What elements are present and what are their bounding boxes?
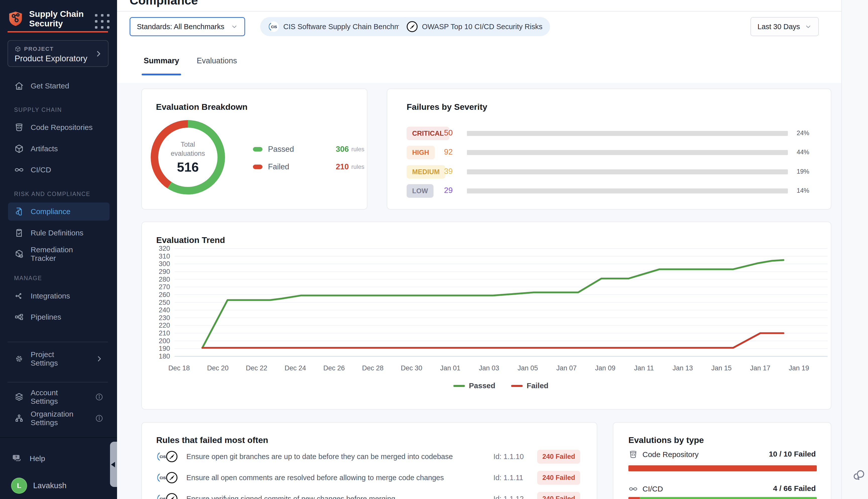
- svg-text:Dec 24: Dec 24: [285, 364, 306, 372]
- svg-text:Jan 05: Jan 05: [518, 364, 538, 372]
- sidebar-item-integrations[interactable]: Integrations: [8, 287, 110, 305]
- standards-filter-dropdown[interactable]: Standards: All Benchmarks: [129, 17, 245, 36]
- trend-line-chart: 1801902002102202302402502602702802903003…: [142, 222, 832, 398]
- type-label-code-repository: Code Repository: [629, 450, 698, 459]
- type-status: 4 / 66 Failed: [773, 484, 816, 493]
- sidebar-item-label: Remediation Tracker: [30, 245, 97, 263]
- severity-percent: 19%: [797, 168, 809, 175]
- brand: Supply Chain Security: [8, 9, 89, 28]
- rule-row[interactable]: CISEnsure verifying signed commits of ne…: [156, 491, 583, 499]
- sidebar-item-code-repositories[interactable]: Code Repositories: [8, 118, 110, 136]
- sidebar-item-label: Rule Definitions: [30, 229, 83, 237]
- passed-unit: rules: [351, 146, 364, 153]
- rule-row[interactable]: CISEnsure all open comments are resolved…: [156, 470, 583, 486]
- owasp-logo-icon: [166, 451, 178, 463]
- card-rules-failed: Rules that failed most often CISEnsure o…: [141, 422, 597, 499]
- sidebar-divider: [8, 382, 108, 382]
- help-label: Help: [30, 454, 45, 463]
- brand-accent-bar: [8, 31, 108, 33]
- filter-chip-owasp-label: OWASP Top 10 CI/CD Security Risks: [422, 23, 543, 31]
- svg-text:Jan 07: Jan 07: [556, 364, 576, 372]
- svg-text:310: 310: [159, 253, 170, 260]
- svg-text:?: ?: [15, 455, 17, 459]
- filter-chip-owasp[interactable]: OWASP Top 10 CI/CD Security Risks: [399, 17, 550, 36]
- home-icon: [14, 81, 24, 91]
- sidebar-item-rule-definitions[interactable]: Rule Definitions: [8, 224, 110, 242]
- cis-logo-icon: CIS: [268, 21, 279, 33]
- infinity-icon: [14, 165, 24, 175]
- rule-text: Ensure open git branches are up to date …: [186, 452, 493, 461]
- project-selector[interactable]: PROJECT Product Exploratory: [8, 40, 109, 67]
- passed-legend-label: Passed: [268, 145, 336, 154]
- tabs: Summary Evaluations: [142, 53, 239, 75]
- sidebar-item-artifacts[interactable]: Artifacts: [8, 140, 110, 158]
- box-wrench-icon: [14, 249, 24, 259]
- page-title: Compliance: [129, 0, 198, 7]
- svg-text:CIS: CIS: [271, 25, 277, 29]
- card-title: Rules that failed most often: [156, 435, 268, 445]
- svg-text:Jan 19: Jan 19: [789, 364, 809, 372]
- severity-count: 39: [444, 167, 452, 176]
- tab-evaluations[interactable]: Evaluations: [195, 53, 239, 75]
- apps-grid-icon[interactable]: [95, 14, 112, 31]
- layers-icon: [14, 392, 24, 402]
- sidebar-item-label: Project Settings: [30, 350, 82, 367]
- severity-count: 50: [444, 129, 452, 137]
- rule-row[interactable]: CISEnsure open git branches are up to da…: [156, 449, 583, 465]
- sidebar-item-pipelines[interactable]: Pipelines: [8, 308, 110, 326]
- failed-count: 210: [336, 162, 349, 171]
- standards-filter-label: Standards: All Benchmarks: [137, 23, 224, 31]
- svg-text:Jan 01: Jan 01: [440, 364, 460, 372]
- sidebar-item-organization-settings[interactable]: Organization Settings: [8, 409, 110, 427]
- donut-center-label-1: Total: [171, 140, 205, 149]
- severity-bar-track: [467, 188, 788, 194]
- owasp-logo-icon: [166, 493, 178, 499]
- sidebar-item-compliance[interactable]: Compliance: [8, 203, 110, 221]
- sidebar-item-help[interactable]: ? Help: [11, 450, 45, 467]
- svg-text:Dec 20: Dec 20: [207, 364, 228, 372]
- rule-id: Id: 1.1.12: [493, 495, 537, 499]
- sidebar-item-ci-cd[interactable]: CI/CD: [8, 161, 110, 179]
- sidebar-item-label: Integrations: [30, 292, 70, 300]
- repo-icon: [14, 122, 24, 132]
- svg-text:Dec 22: Dec 22: [246, 364, 268, 372]
- tab-summary[interactable]: Summary: [142, 53, 181, 75]
- svg-text:CIS: CIS: [160, 454, 166, 459]
- svg-text:Jan 03: Jan 03: [479, 364, 499, 372]
- owasp-logo-icon: [166, 472, 178, 484]
- card-failures-by-severity: Failures by Severity CRITICAL5024%HIGH92…: [387, 88, 831, 209]
- chevron-down-icon: [231, 23, 238, 30]
- info-icon: [95, 393, 103, 401]
- sidebar: Supply Chain Security PROJECT Product Ex…: [0, 0, 117, 499]
- svg-text:Jan 13: Jan 13: [673, 364, 693, 372]
- gear-icon: [14, 354, 24, 364]
- failed-legend-pill: [253, 165, 262, 169]
- svg-text:270: 270: [159, 283, 170, 291]
- severity-percent: 24%: [797, 130, 809, 137]
- svg-text:Passed: Passed: [469, 381, 495, 390]
- sidebar-item-remediation-tracker[interactable]: Remediation Tracker: [8, 245, 110, 263]
- sidebar-user[interactable]: L Lavakush: [11, 476, 66, 496]
- sidebar-section-label-risk-and-compliance: RISK AND COMPLIANCE: [14, 190, 90, 198]
- passed-count: 306: [336, 145, 349, 154]
- right-gutter: [841, 0, 868, 499]
- cube-icon: [15, 46, 21, 52]
- card-evaluations-by-type: Evalutions by type Code Repository10 / 1…: [613, 422, 831, 499]
- card-title: Evaluation Breakdown: [156, 102, 248, 112]
- date-range-label: Last 30 Days: [757, 23, 800, 31]
- sidebar-item-get-started[interactable]: Get Started: [8, 77, 110, 95]
- date-range-dropdown[interactable]: Last 30 Days: [751, 17, 819, 36]
- type-progress-bar: [629, 497, 817, 499]
- svg-text:180: 180: [159, 353, 170, 360]
- failed-unit: rules: [351, 163, 364, 170]
- org-icon: [14, 413, 24, 423]
- severity-row-high: HIGH9244%: [387, 143, 831, 162]
- chat-bubbles-icon[interactable]: [852, 468, 866, 483]
- sidebar-collapse-handle[interactable]: [110, 442, 117, 487]
- sidebar-item-label: CI/CD: [30, 166, 51, 174]
- sidebar-item-project-settings[interactable]: Project Settings: [8, 350, 110, 368]
- integrations-icon: [14, 291, 24, 301]
- rule-id: Id: 1.1.11: [493, 474, 537, 482]
- type-status: 10 / 10 Failed: [769, 450, 816, 458]
- sidebar-item-account-settings[interactable]: Account Settings: [8, 388, 110, 406]
